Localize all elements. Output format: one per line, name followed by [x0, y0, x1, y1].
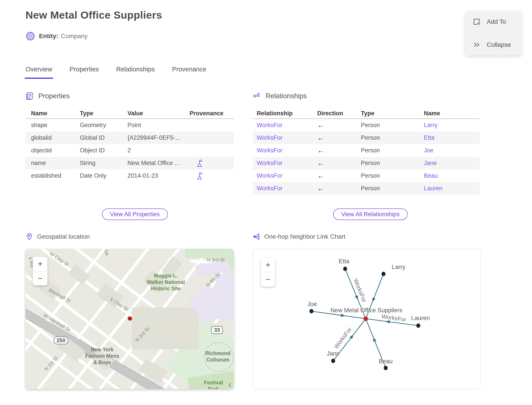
chart-node-label-lauren: Lauren	[411, 315, 430, 322]
entity-detail-page: New Metal Office Suppliers Entity: Compa…	[0, 0, 532, 405]
property-value: {A228944F-0EF5-...	[127, 135, 190, 141]
direction-arrow: ←	[317, 159, 361, 167]
tab-overview[interactable]: Overview	[26, 66, 52, 79]
one-hop-section-title: One-hop Neighbor Link Chart	[264, 233, 345, 240]
map-label-maggie: Maggie L. Walker National Historic Site	[147, 273, 185, 292]
related-entity-link[interactable]: Jane	[424, 160, 484, 167]
related-entity-type: Person	[361, 147, 424, 154]
col-type: Type	[80, 110, 127, 117]
chart-zoom-out-button[interactable]: −	[261, 272, 275, 287]
route-33-shield: 33	[211, 326, 223, 334]
related-entity-link[interactable]: Beau	[424, 172, 484, 179]
property-type: Global ID	[80, 135, 127, 141]
link-chart-icon	[253, 233, 260, 240]
relationships-section-title: Relationships	[266, 92, 307, 100]
map-zoom-out-button[interactable]: −	[33, 271, 47, 285]
related-entity-type: Person	[361, 160, 424, 167]
property-name: globalid	[31, 135, 80, 141]
tab-relationships[interactable]: Relationships	[116, 66, 155, 79]
chart-node-beau[interactable]	[384, 366, 388, 370]
chart-node-label-joe: Joe	[307, 301, 317, 308]
properties-table: Name Type Value Provenance shapeGeometry…	[26, 108, 234, 182]
map-zoom-in-button[interactable]: +	[33, 257, 47, 271]
map-label-n3rd-h: N 3rd St	[207, 257, 225, 263]
property-provenance-cell[interactable]	[190, 172, 239, 180]
properties-section-title: Properties	[38, 92, 70, 100]
relationship-link[interactable]: WorksFor	[257, 185, 317, 192]
map[interactable]: 33 250 k RdSaW Clay StN 3rd StMaggie L. …	[26, 249, 234, 389]
relationship-link[interactable]: WorksFor	[257, 160, 317, 167]
direction-arrow: ←	[317, 146, 361, 155]
property-name: established	[31, 172, 80, 179]
page-title: New Metal Office Suppliers	[26, 9, 162, 21]
related-entity-link[interactable]: Lauren	[424, 185, 484, 192]
map-pin-icon	[26, 233, 33, 240]
property-type: Object ID	[80, 147, 127, 154]
view-all-relationships-button[interactable]: View All Relationships	[333, 209, 408, 220]
chart-node-etta[interactable]	[343, 267, 347, 271]
chart-node-jane[interactable]	[331, 359, 335, 363]
relationships-section-header: Relationships	[253, 92, 307, 100]
map-building	[132, 308, 199, 349]
tab-properties[interactable]: Properties	[70, 66, 99, 79]
direction-arrow: ←	[317, 172, 361, 180]
entity-label: Entity:	[39, 33, 58, 40]
col-value: Value	[127, 110, 190, 117]
related-entity-type: Person	[361, 172, 424, 179]
relationship-row: WorksFor←PersonJane	[253, 157, 480, 169]
property-value: New Metal Office ...	[127, 160, 190, 167]
entity-location-marker[interactable]	[128, 317, 132, 321]
collapse-chevrons-icon	[472, 41, 481, 49]
col-direction: Direction	[317, 110, 361, 117]
relationships-icon	[253, 92, 261, 100]
relationship-link[interactable]: WorksFor	[257, 135, 317, 141]
chart-zoom-in-button[interactable]: +	[261, 258, 275, 272]
relationship-row: WorksFor←PersonBeau	[253, 169, 480, 182]
entity-type-icon	[26, 32, 35, 40]
provenance-flag-icon	[196, 159, 203, 167]
property-type: String	[80, 160, 127, 167]
link-chart[interactable]: EttaLarryJoeLaurenJaneBeauNew Metal Offi…	[253, 249, 480, 390]
property-type: Date Only	[80, 172, 127, 179]
relationship-link[interactable]: WorksFor	[257, 147, 317, 154]
col-name: Name	[424, 110, 484, 117]
properties-section-header: Properties	[26, 92, 70, 100]
property-row: nameStringNew Metal Office ...	[26, 157, 234, 169]
relationship-link[interactable]: WorksFor	[257, 172, 317, 179]
map-label-sa: Sa	[103, 249, 110, 256]
properties-table-header: Name Type Value Provenance	[26, 108, 234, 119]
chart-node-joe[interactable]	[309, 309, 313, 313]
tab-provenance[interactable]: Provenance	[172, 66, 206, 79]
property-row: establishedDate Only2014-01-23	[26, 169, 234, 182]
related-entity-link[interactable]: Etta	[424, 135, 484, 141]
view-all-properties-button[interactable]: View All Properties	[102, 209, 168, 220]
property-value: Point	[127, 122, 190, 129]
property-value: 2	[127, 147, 190, 154]
direction-arrow: ←	[317, 134, 361, 142]
chart-node-lauren[interactable]	[416, 323, 420, 328]
chart-node-center[interactable]	[364, 317, 368, 321]
add-to-label: Add To	[487, 18, 506, 25]
relationship-row: WorksFor←PersonEtta	[253, 132, 480, 144]
col-relationship: Relationship	[257, 110, 317, 117]
property-provenance-cell[interactable]	[190, 159, 239, 167]
chart-node-larry[interactable]	[381, 272, 386, 276]
map-attribution-toggle[interactable]: ❮	[228, 382, 232, 388]
provenance-flag-icon	[196, 172, 203, 180]
collapse-button[interactable]: Collapse	[472, 41, 511, 49]
map-label-ny-fashion: New York Fashion Mens & Boys	[85, 346, 119, 365]
related-entity-link[interactable]: Larry	[424, 122, 484, 129]
relationship-link[interactable]: WorksFor	[257, 122, 317, 129]
col-type: Type	[361, 110, 424, 117]
chart-node-label-jane: Jane	[327, 350, 340, 357]
relationship-row: WorksFor←PersonLauren	[253, 182, 480, 195]
add-to-button[interactable]: Add To	[472, 18, 506, 26]
collapse-label: Collapse	[487, 41, 511, 48]
related-entity-link[interactable]: Joe	[424, 147, 484, 154]
relationship-row: WorksFor←PersonLarry	[253, 119, 480, 132]
add-to-icon	[472, 18, 481, 26]
chart-node-label-etta: Etta	[339, 258, 349, 265]
direction-arrow: ←	[317, 184, 361, 193]
map-area	[216, 274, 234, 319]
link-chart-canvas	[253, 249, 479, 389]
